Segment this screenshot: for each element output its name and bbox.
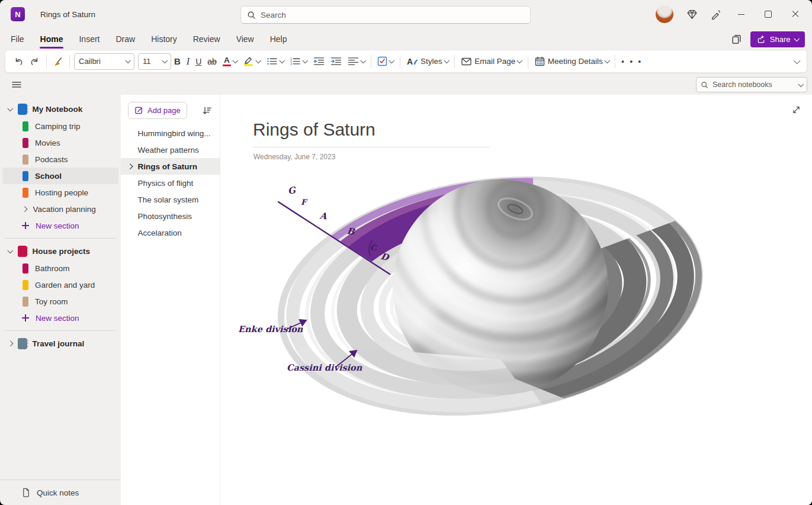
sidebar-section-podcasts[interactable]: Podcasts — [2, 151, 118, 168]
format-painter-icon[interactable] — [50, 53, 66, 70]
menu-history[interactable]: History — [151, 28, 177, 50]
bullet-list-button[interactable] — [264, 53, 287, 70]
sidebar-section-school[interactable]: School — [2, 168, 118, 184]
page-panel-header: Add page — [121, 102, 220, 125]
highlighter-button[interactable] — [240, 53, 264, 70]
section-tab-icon — [23, 297, 28, 307]
email-page-button[interactable]: Email Page — [458, 53, 525, 70]
chevron-down-icon — [256, 57, 261, 63]
font-name-value: Cailbri — [79, 57, 101, 66]
new-section-button[interactable]: New section — [2, 217, 118, 234]
svg-text:A: A — [407, 57, 413, 66]
ring-label-c: C — [370, 243, 376, 252]
new-section-button[interactable]: New section — [2, 310, 118, 326]
ring-label-f: F — [301, 198, 306, 207]
bold-button[interactable]: B — [171, 53, 184, 70]
sidebar-group-vacation-planning[interactable]: Vacation planning — [2, 201, 118, 217]
styles-button[interactable]: A Styles — [403, 53, 451, 70]
pages-copy-icon[interactable] — [731, 34, 742, 45]
numbered-list-button[interactable]: 123 — [287, 53, 310, 70]
ring-label-a: A — [319, 210, 327, 221]
title-bar: N Rings of Saturn Search — [0, 0, 812, 28]
maximize-icon — [765, 11, 772, 18]
decrease-indent-button[interactable] — [310, 53, 328, 70]
divider — [46, 55, 47, 68]
sidebar-section-camping-trip[interactable]: Camping trip — [2, 118, 118, 134]
divider — [454, 55, 455, 68]
sidebar-section-bathroom[interactable]: Bathroom — [2, 260, 118, 276]
menu-home[interactable]: Home — [40, 28, 63, 50]
ribbon-collapse-button[interactable] — [792, 53, 803, 70]
menu-review[interactable]: Review — [193, 28, 220, 50]
chevron-right-icon — [22, 206, 27, 211]
todo-tag-button[interactable] — [374, 53, 397, 70]
menu-insert[interactable]: Insert — [79, 28, 100, 50]
chevron-down-icon — [794, 36, 799, 41]
search-notebooks-input[interactable]: Search notebooks — [696, 77, 807, 92]
minimize-button[interactable] — [729, 4, 753, 24]
alignment-button[interactable] — [345, 53, 368, 70]
navigation-menu-button[interactable] — [8, 77, 25, 92]
page-date[interactable]: Wednesday, June 7, 2023 — [253, 153, 335, 161]
search-input[interactable]: Search — [240, 6, 531, 24]
add-page-button[interactable]: Add page — [128, 102, 187, 119]
share-button[interactable]: Share — [750, 31, 805, 47]
page-canvas[interactable]: Rings of Saturn Wednesday, June 7, 2023 — [220, 95, 812, 505]
expand-canvas-button[interactable] — [788, 102, 804, 117]
more-commands-button[interactable]: • • • — [618, 53, 646, 70]
notebook-my-notebook[interactable]: My Notebook — [2, 101, 118, 118]
section-tab-icon — [23, 155, 28, 165]
font-name-select[interactable]: Cailbri — [74, 53, 134, 70]
chevron-down-icon — [794, 57, 800, 64]
menu-file[interactable]: File — [11, 28, 24, 50]
increase-indent-button[interactable] — [328, 53, 345, 70]
font-size-select[interactable]: 11 — [138, 53, 171, 70]
redo-button[interactable] — [27, 53, 43, 70]
sidebar-section-garden-and-yard[interactable]: Garden and yard — [2, 276, 118, 293]
page-item-physics-of-flight[interactable]: Physics of flight — [121, 175, 220, 191]
notebook-sidebar: My NotebookCamping tripMoviesPodcastsSch… — [0, 95, 121, 505]
page-title[interactable]: Rings of Saturn — [253, 120, 375, 140]
close-button[interactable] — [784, 4, 807, 24]
page-item-hummingbird-wing[interactable]: Hummingbird wing... — [121, 125, 220, 141]
add-page-label: Add page — [147, 106, 181, 115]
page-item-rings-of-saturn[interactable]: Rings of Saturn — [121, 158, 220, 175]
search-icon — [247, 11, 256, 20]
plus-icon — [22, 314, 29, 321]
sidebar-section-toy-room[interactable]: Toy room — [2, 293, 118, 310]
chevron-down-icon — [604, 57, 609, 63]
italic-button[interactable]: I — [184, 53, 192, 70]
menu-draw[interactable]: Draw — [115, 28, 135, 50]
page-item-weather-patterns[interactable]: Weather patterns — [121, 141, 220, 158]
underline-button[interactable]: U — [192, 53, 204, 70]
page-item-the-solar-system[interactable]: The solar system — [121, 191, 220, 208]
chevron-down-icon — [125, 57, 130, 63]
titlebar-right — [656, 4, 807, 24]
strikethrough-button[interactable]: ab — [204, 53, 220, 70]
sidebar-section-hosting-people[interactable]: Hosting people — [2, 184, 118, 201]
notebook-house-projects[interactable]: House projects — [2, 243, 118, 260]
page-item-accelaration[interactable]: Accelaration — [121, 224, 220, 241]
sort-pages-icon[interactable] — [202, 106, 211, 115]
chevron-down-icon — [361, 57, 366, 63]
meeting-details-button[interactable]: Meeting Details — [531, 53, 612, 70]
premium-diamond-icon[interactable] — [682, 4, 702, 24]
quick-notes-button[interactable]: Quick notes — [0, 480, 121, 505]
notebook-travel-journal[interactable]: Travel journal — [2, 335, 118, 352]
sidebar-section-movies[interactable]: Movies — [2, 134, 118, 151]
section-tab-icon — [23, 121, 28, 131]
menu-help[interactable]: Help — [270, 28, 287, 50]
chevron-down-icon — [8, 247, 13, 253]
feedback-pen-icon[interactable] — [705, 4, 726, 24]
section-tab-icon — [23, 263, 28, 274]
menu-view[interactable]: View — [236, 28, 254, 50]
page-item-photosynthesis[interactable]: Photosynthesis — [121, 208, 220, 224]
account-avatar[interactable] — [656, 5, 673, 23]
menu-items: FileHomeInsertDrawHistoryReviewViewHelp — [11, 28, 287, 50]
section-tab-icon — [23, 171, 28, 181]
page-panel: Add page Hummingbird wing...Weather patt… — [121, 95, 220, 505]
undo-button[interactable] — [10, 53, 27, 70]
font-color-button[interactable]: A — [220, 53, 240, 70]
ring-label-g: G — [287, 185, 296, 197]
maximize-button[interactable] — [756, 4, 780, 24]
